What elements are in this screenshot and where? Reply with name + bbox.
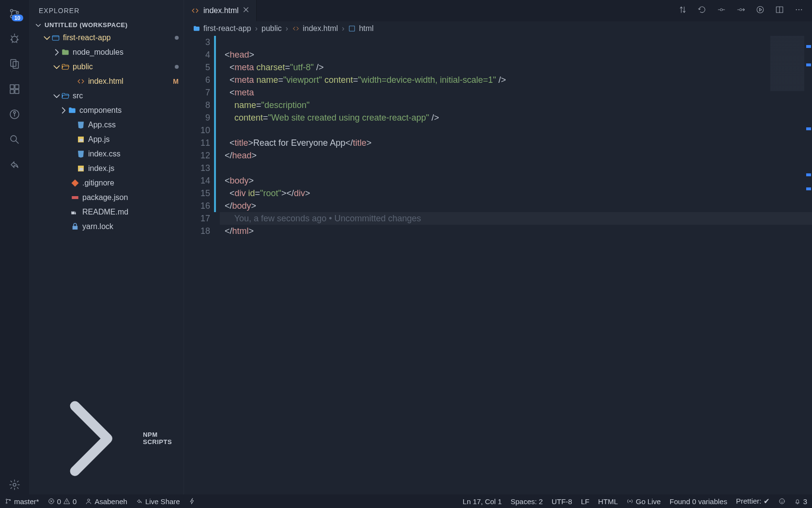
- npm-scripts-section[interactable]: NPM SCRIPTS: [29, 383, 184, 494]
- status-notifications[interactable]: 3: [794, 497, 807, 506]
- compare-changes-icon[interactable]: [678, 5, 687, 16]
- html-file-icon: [292, 25, 300, 32]
- close-icon[interactable]: [243, 6, 249, 15]
- npm-scripts-label: NPM SCRIPTS: [143, 431, 177, 446]
- git-graph-icon[interactable]: [5, 105, 24, 124]
- status-problems[interactable]: 0 0: [48, 497, 77, 506]
- status-user[interactable]: Asabeneh: [85, 497, 127, 506]
- code-line[interactable]: </html>: [220, 225, 812, 237]
- tree-row-index-html[interactable]: index.htmlM: [29, 74, 184, 89]
- tree-row-index-css[interactable]: index.css: [29, 147, 184, 161]
- tree-row-first-react-app[interactable]: first-react-app: [29, 31, 184, 45]
- tree-label: node_modules: [73, 48, 123, 57]
- svg-point-23: [757, 6, 764, 13]
- search-icon[interactable]: [5, 130, 24, 149]
- live-share-icon[interactable]: [5, 155, 24, 174]
- code-line[interactable]: <meta: [220, 86, 812, 99]
- panel-title: EXPLORER: [29, 0, 184, 19]
- file-js-icon: JS: [77, 164, 85, 173]
- svg-point-3: [12, 36, 17, 42]
- tree-row--gitignore[interactable]: .gitignore: [29, 176, 184, 190]
- tree-label: index.js: [88, 164, 114, 173]
- status-encoding[interactable]: UTF-8: [552, 497, 572, 506]
- tab-label: index.html: [203, 6, 239, 15]
- extensions-icon[interactable]: [5, 79, 24, 99]
- activity-bar: 10: [0, 0, 29, 494]
- code-line[interactable]: <body>: [220, 174, 812, 187]
- symbol-icon: [348, 25, 356, 32]
- file-html-icon: [77, 77, 85, 86]
- status-bolt[interactable]: [189, 498, 196, 505]
- split-editor-icon[interactable]: [775, 5, 784, 16]
- workspace-section-header[interactable]: UNTITLED (WORKSPACE): [29, 19, 184, 31]
- twisty-icon: [59, 106, 68, 115]
- explorer-icon[interactable]: [5, 54, 24, 74]
- code-line[interactable]: <title>React for Everyone App</title>: [220, 137, 812, 149]
- tree-row-README-md[interactable]: M↓README.md: [29, 205, 184, 219]
- tree-label: index.css: [88, 150, 121, 158]
- chevron-right-icon: [36, 386, 140, 491]
- tab-index-html[interactable]: index.html: [184, 0, 257, 21]
- status-spaces[interactable]: Spaces: 2: [510, 497, 543, 506]
- svg-text:M↓: M↓: [72, 211, 77, 215]
- breadcrumbs[interactable]: first-react-app › public › index.html › …: [184, 21, 812, 36]
- code-content[interactable]: <head> <meta charset="utf-8" /> <meta na…: [216, 36, 812, 494]
- status-prettier[interactable]: Prettier: ✔: [736, 497, 770, 506]
- status-found-vars[interactable]: Found 0 variables: [670, 497, 727, 506]
- svg-point-22: [740, 9, 742, 11]
- tree-row-public[interactable]: public: [29, 60, 184, 74]
- code-line[interactable]: content="Web site created using create-r…: [220, 111, 812, 124]
- svg-text:JS: JS: [79, 168, 83, 171]
- tree-row-index-js[interactable]: JSindex.js: [29, 161, 184, 176]
- code-line[interactable]: <head>: [220, 48, 812, 61]
- svg-rect-28: [350, 26, 355, 31]
- html-file-icon: [191, 6, 199, 15]
- file-lock-icon: [71, 222, 79, 231]
- tree-label: package.json: [82, 193, 128, 202]
- code-line[interactable]: name="description": [220, 99, 812, 111]
- status-feedback[interactable]: [779, 498, 785, 505]
- tree-row-package-json[interactable]: package.json: [29, 190, 184, 205]
- editor-code-area[interactable]: 3456789101112131415161718 <head> <meta c…: [184, 36, 812, 494]
- more-icon[interactable]: [795, 5, 803, 16]
- code-line[interactable]: [220, 162, 812, 174]
- run-icon[interactable]: [756, 5, 765, 16]
- bell-icon: [794, 498, 801, 505]
- status-language[interactable]: HTML: [598, 497, 618, 506]
- status-eol[interactable]: LF: [581, 497, 590, 506]
- tree-row-node_modules[interactable]: node_modules: [29, 45, 184, 60]
- tree-row-App-js[interactable]: JSApp.js: [29, 132, 184, 147]
- code-line[interactable]: You, a few seconds ago • Uncommitted cha…: [220, 212, 812, 225]
- tree-label: first-react-app: [63, 33, 111, 42]
- status-live-share[interactable]: Live Share: [136, 497, 180, 506]
- revert-icon[interactable]: [698, 5, 706, 16]
- prev-change-icon[interactable]: [717, 5, 726, 16]
- twisty-icon: [43, 33, 51, 42]
- tree-row-src[interactable]: src: [29, 89, 184, 103]
- code-line[interactable]: <div id="root"></div>: [220, 187, 812, 200]
- status-ln-col[interactable]: Ln 17, Col 1: [463, 497, 502, 506]
- tree-row-components[interactable]: components: [29, 103, 184, 118]
- file-npm-icon: [71, 193, 79, 202]
- code-line[interactable]: [220, 124, 812, 137]
- source-control-icon[interactable]: 10: [5, 4, 24, 23]
- code-line[interactable]: <meta charset="utf-8" />: [220, 61, 812, 74]
- status-go-live[interactable]: Go Live: [627, 497, 661, 506]
- code-line[interactable]: <meta name="viewport" content="width=dev…: [220, 74, 812, 86]
- warning-icon: [63, 498, 70, 505]
- settings-gear-icon[interactable]: [5, 475, 24, 494]
- code-line[interactable]: [220, 36, 812, 48]
- code-line[interactable]: </body>: [220, 200, 812, 212]
- gitlens-annotation: You, a few seconds ago • Uncommitted cha…: [225, 214, 421, 223]
- debug-icon[interactable]: [5, 29, 24, 48]
- overview-ruler[interactable]: [805, 36, 812, 494]
- scm-badge: 10: [12, 15, 23, 21]
- code-line[interactable]: </head>: [220, 149, 812, 162]
- status-branch[interactable]: master*: [5, 497, 39, 506]
- breadcrumb-seg-2: index.html: [292, 24, 338, 33]
- twisty-icon: [52, 48, 61, 57]
- tree-row-yarn-lock[interactable]: yarn.lock: [29, 219, 184, 234]
- tree-row-App-css[interactable]: App.css: [29, 118, 184, 132]
- tree-label: App.css: [88, 121, 116, 129]
- next-change-icon[interactable]: [736, 5, 745, 16]
